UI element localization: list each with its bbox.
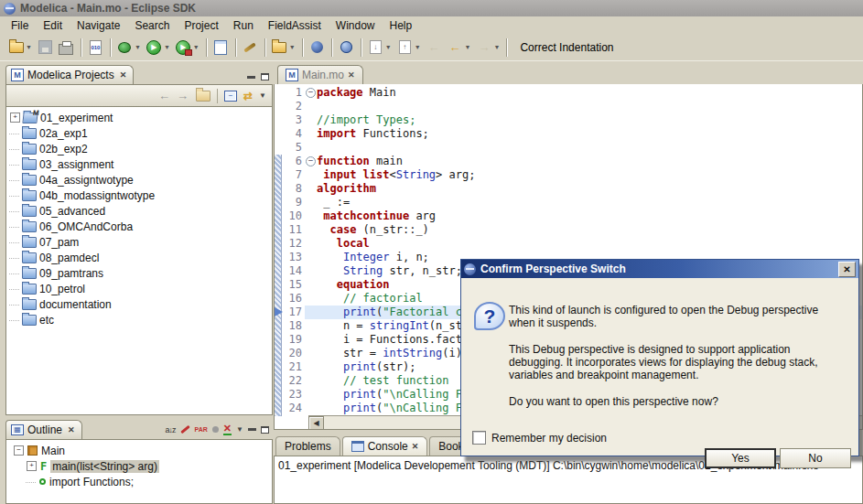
correct-indentation-button[interactable]: Correct Indentation [511,38,622,57]
menu-item-edit[interactable]: Edit [36,18,70,33]
code-line-5[interactable]: 5 [275,141,862,155]
chevron-down-icon[interactable]: ▼ [164,44,170,50]
chevron-down-icon[interactable]: ▼ [385,44,392,50]
dialog-close-button[interactable]: ✕ [838,262,856,277]
tree-item-10_petrol[interactable]: 10_petrol [9,281,272,296]
hide-parameters-icon[interactable]: PAR [195,426,208,433]
minimize-icon[interactable] [248,428,256,431]
menu-item-window[interactable]: Window [329,18,383,33]
back-button[interactable]: ←▼ [446,38,473,57]
next-annotation-button[interactable]: ↓▼ [366,38,394,57]
fold-marker-icon[interactable]: − [305,155,317,168]
chevron-down-icon[interactable]: ▼ [415,44,421,50]
code-line-8[interactable]: 8algorithm [275,182,862,196]
menu-item-search[interactable]: Search [127,18,177,33]
sort-icon[interactable]: a↓z [166,425,176,434]
chevron-down-icon[interactable]: ▼ [494,44,501,50]
tab-main-mo[interactable]: M Main.mo ✕ [277,65,363,84]
new-wizard-button[interactable]: ▼ [6,38,34,57]
forward-arrow-icon[interactable]: → [177,90,189,102]
outline-item[interactable]: −Main [9,443,272,458]
code-line-6[interactable]: 6−function main [275,155,862,168]
print-button[interactable] [57,38,76,57]
view-menu-icon[interactable]: ▼ [259,91,266,100]
back-arrow-icon[interactable]: ← [158,90,170,102]
code-line-2[interactable]: 2 [275,100,862,113]
tab-console[interactable]: Console✕ [342,436,428,456]
chevron-down-icon[interactable]: ▼ [193,44,200,50]
no-button[interactable]: No [780,448,851,468]
tree-item-01_experiment[interactable]: +M01_experiment [9,110,272,125]
tree-item-04b_modassigntwotype[interactable]: 04b_modassigntwotype [9,188,272,203]
menu-item-file[interactable]: File [4,18,36,33]
tab-outline[interactable]: ▦ Outline ✕ [5,420,82,439]
code-line-1[interactable]: 1−package Main [275,86,862,100]
up-icon[interactable] [195,89,210,103]
tree-item-08_pamdecl[interactable]: 08_pamdecl [9,250,272,265]
binary-file-button[interactable]: 010 [86,38,105,57]
forward-button[interactable]: →▼ [475,38,502,57]
code-line-7[interactable]: 7 input list<String> arg; [275,168,862,182]
menu-item-fieldassist[interactable]: FieldAssist [261,18,329,33]
collapse-all-icon[interactable]: − [224,91,237,102]
close-icon[interactable]: ✕ [348,70,355,80]
code-line-10[interactable]: 10 matchcontinue arg [275,209,862,223]
debug-button[interactable]: ▼ [115,38,143,57]
tree-item-09_pamtrans[interactable]: 09_pamtrans [9,265,272,281]
tree-item-documentation[interactable]: documentation [9,296,272,312]
tree-item-03_assignment[interactable]: 03_assignment [9,156,272,172]
save-button[interactable] [36,38,55,57]
remember-decision-checkbox[interactable] [472,431,486,445]
code-line-4[interactable]: 4import Functions; [275,127,862,141]
code-line-3[interactable]: 3//import Types; [275,113,862,127]
minimize-icon[interactable] [247,76,255,79]
tree-item-etc[interactable]: etc [9,312,272,327]
run-external-button[interactable]: ▶▼ [174,38,201,57]
chevron-down-icon[interactable]: ▼ [465,44,471,50]
menu-item-run[interactable]: Run [226,18,261,33]
tab-modelica-projects[interactable]: M Modelica Projects ✕ [5,65,134,84]
chevron-down-icon[interactable]: ▼ [135,44,141,50]
open-folder-button[interactable]: ▼ [270,38,297,57]
view-menu-icon[interactable]: ▼ [236,425,243,434]
expander-minus-icon[interactable]: − [14,445,24,456]
tree-item-05_advanced[interactable]: 05_advanced [9,203,272,219]
chevron-down-icon[interactable]: ▼ [289,44,296,50]
previous-annotation-button[interactable]: ↑▼ [395,38,423,57]
show-view-button[interactable] [211,38,231,57]
maximize-icon[interactable] [261,426,269,434]
web-browser-button[interactable] [337,38,356,57]
code-line-9[interactable]: 9 _ := [275,196,862,209]
close-icon[interactable]: ✕ [120,70,127,80]
tree-item-06_OMCAndCorba[interactable]: 06_OMCAndCorba [9,219,272,234]
filter-icon[interactable]: ✕ [223,424,232,435]
tree-item-02b_exp2[interactable]: 02b_exp2 [9,141,272,156]
run-button[interactable]: ▶▼ [145,38,172,57]
close-icon[interactable]: ✕ [68,425,75,434]
maximize-icon[interactable] [261,73,269,80]
hide-locals-icon[interactable] [180,425,189,434]
outline-item[interactable]: +Fmain(list<String> arg) [9,458,272,474]
close-icon[interactable]: ✕ [412,442,419,451]
link-with-editor-icon[interactable]: ⇄ [243,90,253,102]
modelica-perspective-button[interactable] [307,38,327,57]
yes-button[interactable]: Yes [705,448,776,468]
expander-plus-icon[interactable]: + [27,461,37,471]
scroll-left-icon[interactable]: ◀ [308,416,324,430]
outline-item[interactable]: import Functions; [9,474,272,489]
tab-problems[interactable]: Problems [275,436,340,456]
hide-protected-icon[interactable] [212,426,219,433]
chevron-down-icon[interactable]: ▼ [26,44,32,50]
menu-item-navigate[interactable]: Navigate [70,18,127,33]
menu-item-project[interactable]: Project [177,18,225,33]
tree-item-04a_assigntwotype[interactable]: 04a_assigntwotype [9,172,272,188]
tree-item-07_pam[interactable]: 07_pam [9,234,272,250]
format-brush-button[interactable] [241,38,260,57]
fold-marker-icon[interactable]: − [305,86,317,100]
tree-item-02a_exp1[interactable]: 02a_exp1 [9,125,272,141]
last-edit-location-button[interactable]: ← [425,38,444,57]
code-line-11[interactable]: 11 case (n_str::_) [275,223,862,237]
menu-item-help[interactable]: Help [383,18,420,33]
expander-plus-icon[interactable]: + [10,113,20,123]
code-line-12[interactable]: 12 local [275,237,862,251]
